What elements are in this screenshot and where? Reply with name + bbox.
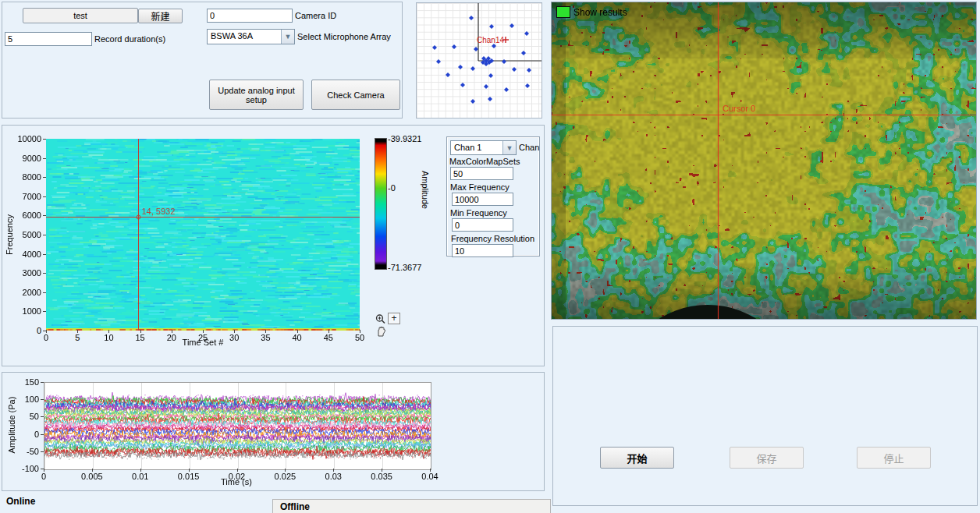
tick-label: 50 bbox=[346, 333, 374, 342]
tick-label: 9000 bbox=[10, 154, 41, 163]
tab-offline[interactable]: Offline bbox=[272, 499, 551, 513]
tick-label: 0.03 bbox=[318, 472, 349, 481]
record-duration-input[interactable] bbox=[5, 32, 92, 46]
tick-label: 0 bbox=[32, 333, 60, 342]
tick-label: 40 bbox=[283, 333, 311, 342]
svg-text:Chan14: Chan14 bbox=[477, 36, 504, 44]
tick-label: 3000 bbox=[10, 268, 41, 278]
tick-label: 4000 bbox=[10, 249, 41, 259]
crosshair-tool-icon[interactable]: + bbox=[388, 313, 400, 324]
mic-array-selected-value: BSWA 36A bbox=[211, 31, 253, 41]
tick-mark bbox=[237, 469, 238, 472]
spectrogram-xlabel: Time Set # bbox=[156, 338, 250, 347]
tick-mark bbox=[140, 469, 141, 472]
max-frequency-input[interactable] bbox=[452, 193, 513, 206]
tick-mark bbox=[43, 254, 46, 255]
tick-label: 10000 bbox=[10, 134, 41, 143]
tick-mark bbox=[41, 382, 44, 383]
tick-label: 5000 bbox=[10, 230, 41, 239]
tick-mark bbox=[203, 330, 204, 333]
max-colormap-label: MaxColorMapSets bbox=[449, 157, 520, 166]
camera-id-input[interactable] bbox=[207, 9, 293, 23]
chevron-down-icon[interactable]: ▼ bbox=[281, 30, 294, 44]
new-project-button[interactable]: 新建 bbox=[138, 9, 183, 23]
tick-mark bbox=[43, 292, 46, 293]
tick-label: 10 bbox=[94, 333, 123, 342]
tab-online[interactable]: Online bbox=[6, 496, 35, 507]
chan-selected-value: Chan 1 bbox=[454, 143, 481, 152]
colorbar-max-label: -39.9321 bbox=[388, 134, 421, 143]
tick-mark bbox=[44, 469, 44, 472]
spectrogram-graph[interactable] bbox=[46, 139, 360, 331]
record-duration-label: Record duration(s) bbox=[94, 34, 165, 44]
frequency-resolution-input[interactable] bbox=[452, 244, 513, 257]
chan-label: Chan bbox=[519, 143, 539, 152]
start-button[interactable]: 开始 bbox=[600, 447, 674, 469]
stop-button: 停止 bbox=[857, 447, 931, 469]
tick-mark bbox=[285, 469, 286, 472]
tick-mark bbox=[43, 273, 46, 274]
tick-mark bbox=[46, 330, 47, 333]
tick-label: 1000 bbox=[10, 306, 41, 316]
project-name-field[interactable]: test bbox=[23, 8, 138, 23]
tick-mark bbox=[430, 469, 431, 472]
tick-mark bbox=[92, 469, 93, 472]
tick-mark bbox=[140, 330, 141, 333]
waveform-panel: 150100500-50-10000.0050.010.0150.020.025… bbox=[2, 372, 545, 491]
pan-tool-icon[interactable] bbox=[375, 326, 387, 338]
tick-mark bbox=[41, 434, 44, 435]
show-results-checkbox[interactable] bbox=[556, 6, 570, 18]
waveform-ylabel: Amplitude (Pa) bbox=[7, 390, 16, 460]
tick-mark bbox=[108, 330, 109, 333]
tick-label: 7000 bbox=[10, 192, 41, 201]
camera-id-label: Camera ID bbox=[295, 11, 336, 20]
tick-label: 0.035 bbox=[366, 472, 397, 481]
tick-mark bbox=[43, 215, 46, 216]
tick-mark bbox=[328, 330, 329, 333]
colorbar-min-label: -71.3677 bbox=[388, 263, 421, 272]
tick-mark bbox=[43, 158, 46, 159]
tick-label: 0.04 bbox=[414, 472, 446, 481]
tick-mark bbox=[43, 177, 46, 178]
tick-label: 8000 bbox=[10, 172, 41, 182]
tick-label: 0.005 bbox=[76, 472, 108, 481]
zoom-tool-icon[interactable] bbox=[375, 313, 387, 326]
chevron-down-icon[interactable]: ▼ bbox=[502, 141, 516, 154]
frequency-resolution-label: Frequency Resolution bbox=[451, 234, 534, 243]
camera-beamforming-image[interactable] bbox=[552, 2, 976, 319]
tick-label: 45 bbox=[314, 333, 343, 342]
tick-mark bbox=[41, 451, 44, 452]
tick-label: 35 bbox=[251, 333, 279, 342]
chan-select[interactable]: Chan 1 ▼ bbox=[450, 140, 517, 155]
tick-label: 15 bbox=[126, 333, 154, 342]
spectrogram-panel: 0100020003000400050006000700080009000100… bbox=[2, 125, 545, 366]
tick-mark bbox=[43, 311, 46, 312]
analysis-controls-box: Chan 1 ▼ Chan MaxColorMapSets Max Freque… bbox=[446, 136, 540, 256]
tick-label: 0.01 bbox=[125, 472, 156, 481]
setup-panel: test 新建 Record duration(s) Camera ID BSW… bbox=[2, 2, 403, 119]
tick-mark bbox=[41, 399, 44, 400]
camera-view-panel: Show results bbox=[551, 2, 977, 320]
run-control-panel: 开始 保存 停止 bbox=[552, 326, 978, 506]
colorbar-mid-label: -0 bbox=[388, 183, 396, 193]
tick-mark bbox=[43, 139, 46, 140]
colorbar-title: Amplitude bbox=[421, 171, 430, 209]
tick-mark bbox=[43, 235, 46, 235]
tick-mark bbox=[189, 469, 190, 472]
check-camera-button[interactable]: Check Camera bbox=[311, 80, 400, 110]
save-button: 保存 bbox=[730, 447, 804, 469]
tick-mark bbox=[234, 330, 235, 333]
tick-label: 6000 bbox=[10, 211, 41, 220]
update-analog-input-button[interactable]: Update analog input setup bbox=[209, 80, 304, 110]
tick-mark bbox=[172, 330, 172, 333]
colorbar bbox=[375, 138, 387, 270]
tick-label: 0 bbox=[28, 472, 59, 481]
waveform-xlabel: Time (s) bbox=[190, 477, 283, 486]
max-colormap-input[interactable] bbox=[450, 167, 513, 180]
tick-label: 150 bbox=[8, 377, 39, 387]
mic-array-select[interactable]: BSWA 36A ▼ bbox=[207, 29, 295, 44]
max-frequency-label: Max Frequency bbox=[450, 182, 510, 192]
waveform-graph bbox=[44, 382, 431, 470]
min-frequency-input[interactable] bbox=[452, 218, 513, 232]
mic-array-scatter: Chan14 bbox=[417, 3, 541, 118]
